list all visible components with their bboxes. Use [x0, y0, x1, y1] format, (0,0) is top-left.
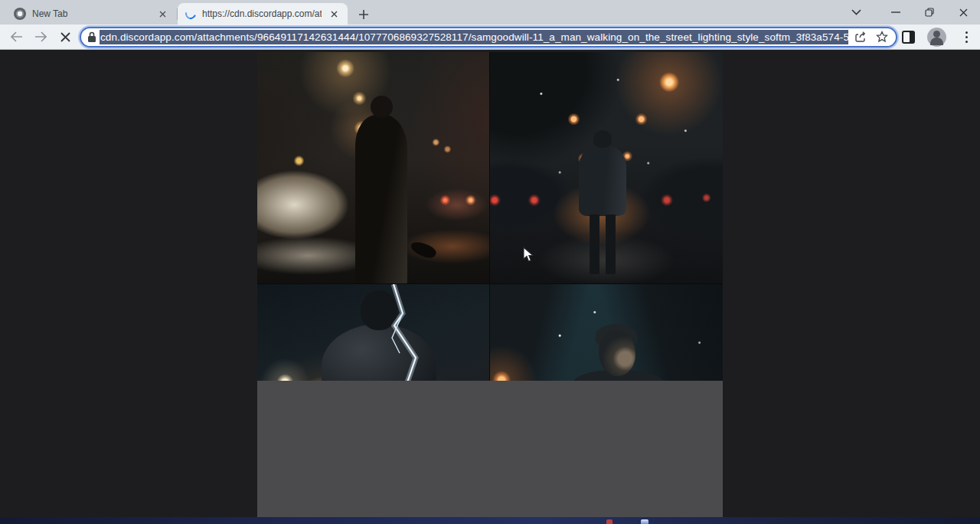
lock-icon[interactable]: [87, 31, 96, 43]
browser-toolbar: cdn.discordapp.com/attachments/966491171…: [0, 25, 980, 50]
side-panel-icon[interactable]: [902, 31, 915, 44]
head-silhouette: [599, 330, 635, 376]
tab-title: https://cdn.discordapp.com/atta: [202, 8, 322, 19]
star-icon[interactable]: [873, 28, 891, 46]
three-dot-menu-icon[interactable]: [959, 31, 974, 43]
minimize-icon[interactable]: [879, 0, 913, 25]
new-tab-button[interactable]: [354, 5, 374, 25]
tab-new-tab[interactable]: New Tab: [6, 3, 176, 25]
generated-image-grid[interactable]: [257, 52, 723, 518]
url-text-selected[interactable]: cdn.discordapp.com/attachments/966491171…: [100, 30, 848, 44]
tab-search-chevron-icon[interactable]: [839, 0, 873, 25]
tab-strip: New Tab https://cdn.discordapp.com/atta: [0, 0, 980, 25]
browser-window: New Tab https://cdn.discordapp.com/atta: [0, 0, 980, 524]
image-loading-placeholder: [257, 381, 723, 518]
lightning-bolt: [257, 284, 489, 391]
chrome-globe-icon: [14, 8, 26, 20]
taskbar-app-icon[interactable]: [606, 519, 612, 524]
address-bar[interactable]: cdn.discordapp.com/attachments/966491171…: [80, 27, 897, 47]
window-controls: [839, 0, 980, 25]
taskbar-app-icon[interactable]: [641, 519, 648, 524]
avatar-icon[interactable]: [927, 28, 946, 47]
tab-title: New Tab: [32, 8, 150, 19]
close-icon[interactable]: [946, 0, 980, 25]
man-silhouette: [355, 115, 407, 283]
restore-icon[interactable]: [913, 0, 946, 25]
page-content: [0, 51, 980, 517]
man-silhouette: [579, 146, 626, 216]
back-arrow-icon[interactable]: [6, 27, 26, 47]
close-tab-icon[interactable]: [328, 8, 340, 20]
windows-taskbar[interactable]: [0, 517, 980, 524]
tab-discord-cdn[interactable]: https://cdn.discordapp.com/atta: [178, 3, 348, 25]
umbrella-shape: [409, 239, 438, 260]
image-top-left-rainy-street: [257, 52, 489, 283]
share-icon[interactable]: [851, 28, 870, 46]
close-tab-icon[interactable]: [156, 8, 168, 20]
stop-loading-icon[interactable]: [55, 27, 75, 47]
mouse-cursor: [523, 247, 534, 263]
loading-spinner-icon: [183, 6, 198, 21]
forward-arrow-icon[interactable]: [31, 27, 51, 47]
